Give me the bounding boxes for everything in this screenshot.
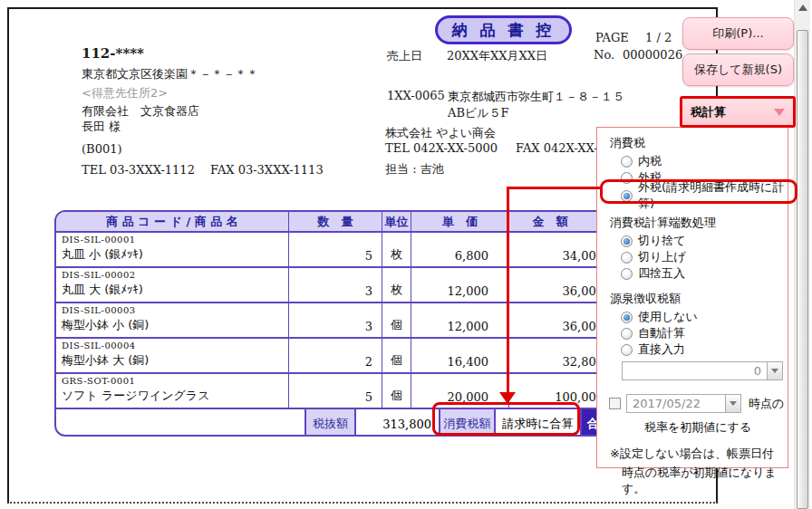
vertical-scrollbar[interactable] bbox=[794, 0, 810, 509]
initial-rate-group: 2017/05/22 時点の bbox=[609, 394, 788, 413]
customer-company: 有限会社 文京食器店 bbox=[82, 103, 199, 120]
product-code: DIS-SIL-00004 bbox=[62, 341, 285, 351]
product-name: 梅型小鉢 大 (銅) bbox=[62, 352, 285, 369]
qty-cell: 3 bbox=[289, 303, 382, 339]
col-header-price: 単 価 bbox=[411, 212, 509, 233]
annotation-arrow-head-icon bbox=[499, 392, 516, 404]
radio-label: 使用しない bbox=[638, 309, 698, 325]
invoice-title-text: 納 品 書 控 bbox=[452, 20, 556, 41]
initial-rate-date-input[interactable]: 2017/05/22 bbox=[626, 394, 726, 413]
table-row-product: DIS-SIL-00004 梅型小鉢 大 (銅) bbox=[56, 339, 289, 374]
radio-selected-icon[interactable] bbox=[621, 312, 633, 323]
radio-icon[interactable] bbox=[621, 156, 633, 168]
highlight-box-selected-option bbox=[600, 179, 798, 204]
customer-zip: 112-**** bbox=[82, 45, 144, 62]
no-value: 00000026 bbox=[623, 48, 682, 62]
dropdown-arrow-icon[interactable] bbox=[768, 361, 783, 380]
unit-cell: 個 bbox=[382, 339, 411, 374]
customer-code: (B001) bbox=[82, 142, 122, 156]
radio-icon[interactable] bbox=[621, 268, 633, 280]
radio-selected-icon[interactable] bbox=[621, 235, 633, 247]
subtotal-label: 税抜額 bbox=[304, 409, 356, 437]
consumption-tax-label: 消費税 bbox=[610, 135, 788, 151]
table-row-product: DIS-SIL-00003 梅型小鉢 小 (銅) bbox=[56, 303, 289, 339]
unit-cell: 個 bbox=[382, 374, 411, 409]
issuer-tel: TEL 042X-XX-5000 bbox=[385, 141, 498, 155]
withholding-label: 源泉徴収税額 bbox=[610, 291, 788, 307]
initial-rate-action: 税率を初期値にする bbox=[644, 419, 788, 436]
radio-icon[interactable] bbox=[621, 328, 633, 340]
withholding-amount-group: 0 bbox=[622, 361, 783, 380]
product-name: ソフト ラージワイングラス bbox=[62, 388, 285, 404]
customer-address2-placeholder: <得意先住所2> bbox=[82, 85, 168, 101]
page-value: 1 / 2 bbox=[645, 31, 672, 44]
qty-cell: 2 bbox=[289, 339, 382, 374]
unit-cell: 枚 bbox=[382, 268, 411, 303]
initial-rate-checkbox[interactable] bbox=[609, 398, 621, 409]
invoice-title: 納 品 書 控 bbox=[435, 15, 572, 44]
qty-cell: 3 bbox=[289, 268, 382, 303]
page-label: PAGE bbox=[595, 31, 629, 44]
panel-note-line2: 時点の税率が初期値になります。 bbox=[622, 465, 788, 497]
annotation-arrow-vertical bbox=[507, 187, 509, 393]
tax-calc-button-label: 税計算 bbox=[691, 104, 726, 120]
radio-option-direct-input[interactable]: 直接入力 bbox=[621, 341, 788, 358]
radio-label: 四捨五入 bbox=[638, 265, 685, 282]
rounding-label: 消費税計算端数処理 bbox=[610, 215, 788, 231]
scroll-up-icon[interactable] bbox=[798, 5, 807, 11]
issuer-address2: ABビル５F bbox=[448, 105, 509, 121]
radio-icon[interactable] bbox=[621, 344, 633, 356]
sale-date-value: 20XX年XX月XX日 bbox=[447, 48, 547, 64]
panel-note-line1: ※設定しない場合は、帳票日付 bbox=[610, 446, 788, 462]
customer-address1: 東京都文京区後楽園＊－＊－＊＊ bbox=[82, 66, 258, 82]
save-new-button[interactable]: 保存して新規(S) bbox=[682, 53, 794, 86]
unit-cell: 個 bbox=[382, 303, 411, 339]
table-row-product: DIS-SIL-00002 丸皿 大 (銀ﾒｯｷ) bbox=[56, 268, 289, 303]
print-button-label: 印刷(P)... bbox=[712, 25, 763, 42]
col-header-qty: 数 量 bbox=[289, 212, 382, 233]
table-row-product: DIS-SIL-00001 丸皿 小 (銀ﾒｯｷ) bbox=[56, 233, 289, 268]
app-window: 納 品 書 控 112-**** 東京都文京区後楽園＊－＊－＊＊ <得意先住所2… bbox=[0, 0, 812, 509]
price-cell: 12,000 bbox=[411, 303, 509, 339]
product-code: DIS-SIL-00003 bbox=[62, 305, 285, 315]
radio-option-not-used[interactable]: 使用しない bbox=[621, 309, 788, 325]
col-header-unit: 単位 bbox=[382, 212, 411, 233]
save-new-button-label: 保存して新規(S) bbox=[694, 62, 782, 78]
items-table: 商 品 コ ー ド / 商 品 名 数 量 単位 単 価 金 額 DIS-SIL… bbox=[54, 210, 676, 437]
chevron-down-icon bbox=[774, 109, 785, 116]
highlight-box-tax-total bbox=[432, 402, 580, 436]
radio-option-round-half[interactable]: 四捨五入 bbox=[621, 265, 788, 282]
print-button[interactable]: 印刷(P)... bbox=[682, 17, 794, 50]
radio-icon[interactable] bbox=[621, 252, 633, 264]
tax-calc-button[interactable]: 税計算 bbox=[680, 96, 796, 128]
col-header-product: 商 品 コ ー ド / 商 品 名 bbox=[56, 212, 289, 233]
radio-label: 直接入力 bbox=[638, 341, 685, 358]
radio-option-round-up[interactable]: 切り上げ bbox=[621, 249, 788, 265]
initial-rate-suffix: 時点の bbox=[749, 396, 784, 412]
product-code: DIS-SIL-00002 bbox=[62, 270, 285, 280]
scrollbar-thumb[interactable] bbox=[797, 30, 808, 509]
subtotal-value: 313,800 bbox=[356, 409, 440, 437]
qty-cell: 5 bbox=[289, 233, 382, 268]
issuer-staff: 担当 : 吉池 bbox=[385, 161, 444, 178]
annotation-arrow-horizontal bbox=[508, 187, 602, 189]
product-code: DIS-SIL-00001 bbox=[62, 235, 285, 245]
product-code: GRS-SOT-0001 bbox=[62, 376, 285, 386]
radio-option-uchizei[interactable]: 内税 bbox=[621, 153, 788, 169]
customer-person: 長田 様 bbox=[82, 119, 121, 135]
totals-spacer bbox=[56, 409, 304, 437]
product-name: 丸皿 小 (銀ﾒｯｷ) bbox=[62, 246, 285, 263]
calendar-dropdown-icon[interactable] bbox=[726, 394, 741, 413]
issuer-address1: 東京都城西市弥生町１－８－１５ bbox=[448, 89, 624, 105]
withholding-amount-input[interactable]: 0 bbox=[622, 361, 768, 380]
no-label: No. bbox=[594, 48, 614, 62]
product-name: 丸皿 大 (銀ﾒｯｷ) bbox=[62, 282, 285, 298]
issuer-zip: 1XX-0065 bbox=[387, 89, 445, 102]
price-cell: 16,400 bbox=[411, 339, 509, 374]
radio-option-auto-calc[interactable]: 自動計算 bbox=[621, 325, 788, 341]
sale-date-label: 売上日 bbox=[387, 48, 422, 64]
totals-row: 税抜額 313,800 消費税額 請求時に合算 合計 bbox=[56, 409, 674, 437]
product-name: 梅型小鉢 小 (銅) bbox=[62, 317, 285, 333]
radio-option-round-down[interactable]: 切り捨て bbox=[621, 233, 788, 249]
radio-label: 切り上げ bbox=[638, 249, 686, 265]
